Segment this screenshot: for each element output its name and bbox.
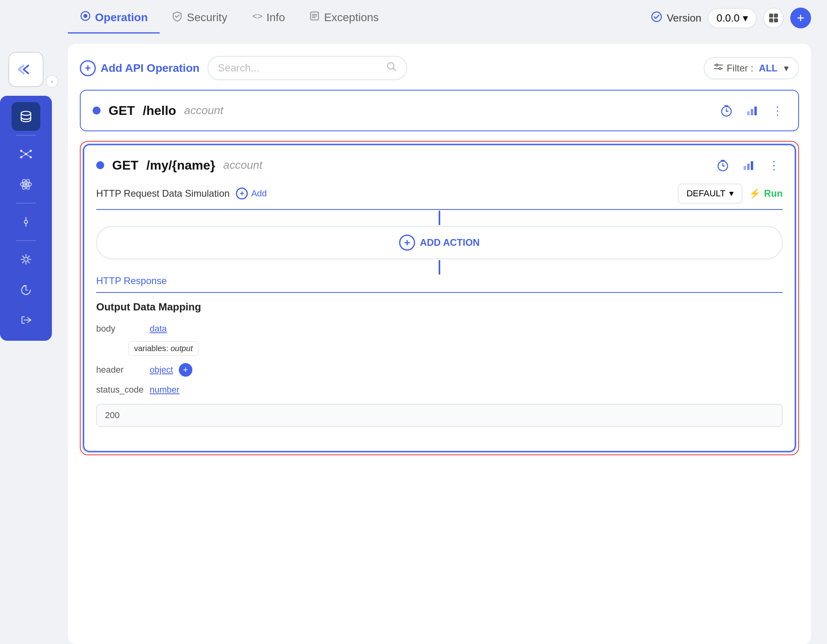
svg-rect-29: [769, 14, 773, 18]
version-area: Version 0.0.0 ▾: [651, 8, 811, 36]
more-menu-button-myname[interactable]: ⋮: [765, 156, 783, 174]
api-card-actions-hello: ⋮: [718, 102, 786, 119]
content-area: + Add API Operation Search...: [68, 44, 811, 644]
sidebar-item-atom[interactable]: [12, 170, 40, 199]
tab-operation[interactable]: Operation: [68, 10, 160, 34]
sidebar-item-network[interactable]: [12, 140, 40, 168]
sidebar-item-settings[interactable]: [12, 245, 40, 274]
http-sim-add-button[interactable]: + Add: [236, 188, 267, 200]
api-card-header-hello: GET /hello account: [93, 102, 786, 119]
add-circle-icon: +: [80, 60, 96, 76]
sidebar-item-logout[interactable]: [12, 306, 40, 334]
version-label: Version: [651, 11, 701, 26]
sidebar-divider-2: [16, 203, 36, 203]
api-card-myname[interactable]: GET /my/{name} account: [83, 144, 796, 452]
search-box[interactable]: Search...: [208, 56, 407, 80]
mapping-row-variables: variables: output: [96, 338, 783, 359]
mapping-key-status: status_code: [96, 385, 144, 395]
version-value: 0.0.0: [716, 12, 740, 24]
tab-exceptions-label: Exceptions: [324, 11, 379, 24]
svg-point-0: [21, 111, 31, 115]
security-icon: [172, 10, 183, 24]
add-api-label: Add API Operation: [101, 62, 200, 75]
add-api-operation-button[interactable]: + Add API Operation: [80, 60, 200, 76]
status-code-value-box: 200: [96, 404, 783, 427]
run-icon: ⚡: [749, 188, 761, 199]
mapping-value-number[interactable]: number: [150, 385, 180, 395]
timer-button-hello[interactable]: [718, 102, 735, 119]
chart-button-myname[interactable]: [740, 156, 757, 174]
filter-chevron-icon: ▾: [784, 63, 789, 74]
default-label: DEFAULT: [687, 188, 725, 199]
api-card-myname-outer: GET /my/{name} account: [80, 141, 799, 455]
svg-rect-32: [774, 18, 778, 22]
filter-label: Filter :: [727, 63, 754, 74]
chart-button-hello[interactable]: [743, 102, 761, 119]
tab-info[interactable]: <> Info: [239, 10, 297, 34]
svg-rect-50: [754, 107, 757, 115]
filter-button[interactable]: Filter : ALL ▾: [704, 57, 799, 79]
sidebar-logo[interactable]: [8, 52, 44, 87]
add-action-label: ADD ACTION: [420, 237, 480, 248]
tab-info-label: Info: [266, 11, 285, 24]
sidebar-expand-button[interactable]: ›: [46, 75, 58, 88]
info-icon: <>: [251, 10, 262, 24]
timer-button-myname[interactable]: [714, 156, 732, 174]
mapping-row-header: header object +: [96, 359, 783, 381]
version-dropdown[interactable]: 0.0.0 ▾: [708, 8, 757, 28]
tab-security[interactable]: Security: [160, 10, 239, 34]
sidebar: ›: [0, 0, 52, 644]
default-chevron-icon: ▾: [729, 188, 734, 199]
svg-text:<>: <>: [252, 11, 262, 21]
mapping-key-body: body: [96, 324, 144, 334]
more-menu-button-hello[interactable]: ⋮: [769, 102, 786, 119]
svg-point-10: [24, 183, 28, 186]
add-version-button[interactable]: [790, 8, 811, 28]
version-check-icon: [651, 11, 663, 26]
api-dot-hello: [93, 107, 101, 115]
svg-rect-56: [747, 164, 750, 170]
api-card-body-myname: HTTP Request Data Simulation + Add DEFAU…: [96, 184, 783, 440]
version-text: Version: [667, 12, 701, 24]
top-tabs: Operation Security <> Info: [68, 0, 811, 36]
svg-rect-48: [747, 111, 750, 115]
search-placeholder: Search...: [218, 62, 259, 74]
api-path-myname: /my/{name}: [146, 158, 216, 173]
grid-view-button[interactable]: [763, 8, 784, 28]
sidebar-item-flow[interactable]: [12, 207, 40, 236]
mapping-row-status: status_code number: [96, 381, 783, 399]
vertical-line-2: [96, 260, 783, 275]
version-chevron-icon: ▾: [743, 12, 748, 24]
svg-line-9: [26, 154, 31, 157]
svg-rect-30: [774, 14, 778, 18]
api-path-hello: /hello: [143, 103, 176, 118]
api-card-hello[interactable]: GET /hello account: [80, 90, 799, 131]
mapping-value-object[interactable]: object: [150, 365, 173, 375]
default-dropdown[interactable]: DEFAULT ▾: [678, 184, 742, 203]
status-code-value: 200: [105, 410, 120, 420]
api-card-header-myname: GET /my/{name} account: [96, 156, 783, 174]
sidebar-item-history[interactable]: [12, 275, 40, 304]
variables-key: variables:: [134, 344, 170, 353]
svg-line-7: [26, 151, 31, 154]
svg-line-8: [21, 154, 26, 157]
tab-exceptions[interactable]: Exceptions: [297, 10, 391, 34]
sidebar-divider-1: [16, 135, 36, 136]
mapping-value-data[interactable]: data: [150, 324, 167, 334]
vertical-line-1: [96, 211, 783, 225]
header-add-button[interactable]: +: [179, 363, 192, 377]
run-label: Run: [764, 188, 783, 199]
output-mapping-section: Output Data Mapping body data variables:…: [96, 293, 783, 440]
sidebar-divider-3: [16, 240, 36, 241]
http-sim-add-icon: +: [236, 188, 248, 200]
svg-line-6: [21, 151, 26, 154]
tab-operation-label: Operation: [95, 11, 148, 24]
svg-point-39: [719, 67, 721, 69]
add-action-button[interactable]: + ADD ACTION: [96, 226, 783, 259]
run-button[interactable]: ⚡ Run: [749, 188, 783, 199]
sidebar-nav: [0, 96, 52, 341]
main-content: Operation Security <> Info: [52, 0, 827, 644]
sidebar-item-database[interactable]: [12, 102, 40, 131]
svg-point-14: [24, 220, 28, 223]
svg-rect-31: [769, 18, 773, 22]
